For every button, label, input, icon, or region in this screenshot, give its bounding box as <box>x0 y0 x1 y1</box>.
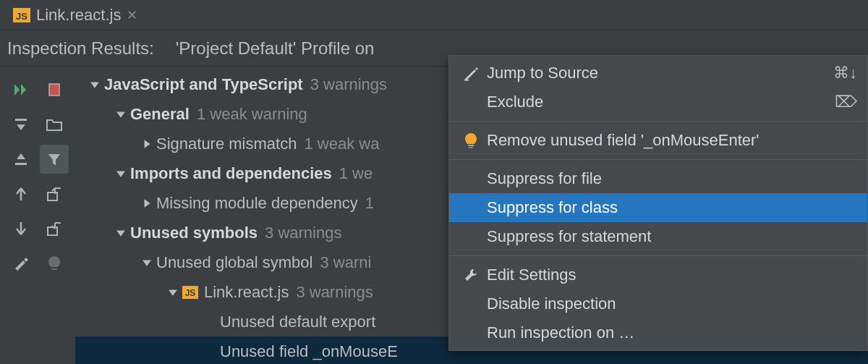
menu-separator <box>449 159 867 160</box>
export-button[interactable] <box>40 179 69 208</box>
node-label: Unused default export <box>220 313 375 331</box>
node-label: Missing module dependency <box>156 194 358 213</box>
menu-suppress-class[interactable]: Suppress for class <box>449 193 867 222</box>
editor-tab[interactable]: JS Link.react.js ✕ <box>4 1 146 29</box>
wrench-icon <box>459 267 482 283</box>
js-file-icon: JS <box>182 286 198 299</box>
node-label: Unused symbols <box>130 224 258 242</box>
close-tab-icon[interactable]: ✕ <box>127 7 137 23</box>
menu-remove-unused-field[interactable]: Remove unused field '_onMouseEnter' <box>449 126 867 155</box>
svg-rect-1 <box>15 119 27 121</box>
menu-label: Suppress for statement <box>482 227 857 246</box>
settings-button[interactable] <box>7 249 35 278</box>
node-count: 1 <box>365 194 374 213</box>
chevron-right-icon <box>142 139 156 149</box>
menu-label: Disable inspection <box>482 295 857 313</box>
menu-run-inspection[interactable]: Run inspection on … <box>449 318 867 347</box>
node-count: 1 weak wa <box>304 135 379 153</box>
node-count: 3 warni <box>320 253 371 272</box>
prev-button[interactable] <box>7 179 35 208</box>
svg-rect-3 <box>48 192 57 200</box>
chevron-down-icon <box>142 258 156 268</box>
menu-label: Exclude <box>482 93 835 111</box>
chevron-down-icon <box>116 109 130 119</box>
svg-rect-6 <box>468 145 474 146</box>
rerun-button[interactable] <box>7 75 35 104</box>
menu-exclude[interactable]: Exclude ⌦ <box>449 88 867 117</box>
svg-rect-4 <box>48 227 57 235</box>
chevron-down-icon <box>116 228 130 238</box>
menu-disable-inspection[interactable]: Disable inspection <box>449 289 867 318</box>
menu-label: Suppress for file <box>482 169 857 188</box>
menu-suppress-file[interactable]: Suppress for file <box>449 164 867 193</box>
node-label: Unused global symbol <box>156 253 312 272</box>
chevron-right-icon <box>142 198 156 208</box>
svg-rect-0 <box>49 84 59 96</box>
node-label: Imports and dependencies <box>130 164 332 183</box>
edit-icon <box>459 65 482 81</box>
filter-button[interactable] <box>40 145 69 174</box>
chevron-down-icon <box>116 169 130 179</box>
next-button[interactable] <box>7 214 35 243</box>
menu-separator <box>449 121 867 122</box>
close-button[interactable] <box>40 75 69 104</box>
node-count: 1 weak warning <box>197 105 307 124</box>
svg-rect-5 <box>464 80 469 81</box>
header-profile: 'Project Default' Profile on <box>176 38 375 59</box>
node-count: 3 warnings <box>265 224 341 242</box>
chevron-down-icon <box>90 80 104 90</box>
tab-filename: Link.react.js <box>36 6 121 25</box>
menu-edit-settings[interactable]: Edit Settings <box>449 261 867 289</box>
node-label: Unused field _onMouseE <box>220 342 398 361</box>
node-label: JavaScript and TypeScript <box>104 75 303 94</box>
menu-label: Jump to Source <box>482 64 833 82</box>
js-file-icon: JS <box>13 8 30 22</box>
chevron-down-icon <box>168 287 182 297</box>
node-count: 3 warnings <box>296 283 373 302</box>
group-by-directory-button[interactable] <box>40 110 69 139</box>
node-label: Signature mismatch <box>156 135 297 153</box>
inspection-toolbar <box>0 67 75 364</box>
intention-bulb-button[interactable] <box>40 249 69 278</box>
svg-rect-2 <box>15 163 27 165</box>
node-label: General <box>130 105 190 124</box>
context-menu: Jump to Source ⌘↓ Exclude ⌦ Remove unuse… <box>448 55 868 351</box>
tab-bar: JS Link.react.js ✕ <box>0 0 868 30</box>
menu-label: Remove unused field '_onMouseEnter' <box>482 131 857 150</box>
bulb-icon <box>459 132 482 148</box>
menu-label: Edit Settings <box>482 266 857 284</box>
menu-suppress-statement[interactable]: Suppress for statement <box>449 222 867 251</box>
menu-shortcut: ⌘↓ <box>833 64 857 82</box>
collapse-all-button[interactable] <box>7 145 35 174</box>
svg-rect-7 <box>469 147 473 148</box>
autoscroll-button[interactable] <box>40 214 69 243</box>
node-label: Link.react.js <box>204 283 289 302</box>
node-count: 1 we <box>339 164 373 183</box>
expand-all-button[interactable] <box>7 110 35 139</box>
menu-shortcut: ⌦ <box>835 93 857 111</box>
menu-jump-to-source[interactable]: Jump to Source ⌘↓ <box>449 59 867 88</box>
menu-label: Suppress for class <box>482 198 857 217</box>
node-count: 3 warnings <box>310 75 387 94</box>
menu-label: Run inspection on … <box>482 323 857 342</box>
menu-separator <box>449 255 867 256</box>
header-title: Inspection Results: <box>7 38 154 59</box>
